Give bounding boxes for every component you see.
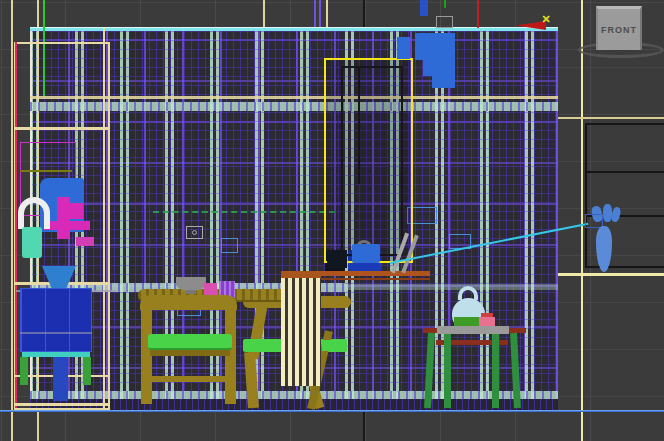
chair1-backrest[interactable] xyxy=(140,295,237,310)
cabinet-leg-right xyxy=(83,357,91,385)
side-table-leg-3 xyxy=(492,333,499,408)
left-cabinet-red-line xyxy=(15,42,17,408)
yellow-x-marker: ✕ xyxy=(539,12,553,26)
construction-yellow-vline xyxy=(581,0,583,441)
blue-wire-box-1 xyxy=(221,238,238,253)
viewcube-front-label[interactable]: FRONT xyxy=(601,25,637,35)
right-niche-line-1 xyxy=(585,171,664,173)
ac-unit-step-1[interactable] xyxy=(415,33,455,60)
ground-line-blue xyxy=(0,410,664,412)
ac-unit-step-2 xyxy=(423,60,455,76)
cabinet-tan-vline xyxy=(103,28,105,410)
wall-socket-dot xyxy=(192,230,197,235)
side-table-leg-2 xyxy=(444,333,451,408)
right-tan-hline-lower xyxy=(558,273,664,276)
cabinet-shelf-line-1 xyxy=(14,127,110,130)
top-purple-vline-1 xyxy=(314,0,316,28)
ac-unit-step-3 xyxy=(432,76,455,88)
kettle-teal[interactable] xyxy=(22,227,42,258)
base-cabinet-blue[interactable] xyxy=(20,288,92,352)
cabinet-leg-left xyxy=(20,357,28,385)
top-blue-bar xyxy=(420,0,428,16)
construction-tan-vline-1 xyxy=(11,0,13,441)
magenta-small-part xyxy=(76,237,94,246)
top-gray-outline xyxy=(436,16,453,28)
faucet-arc[interactable] xyxy=(18,197,50,229)
chair1-seat-green[interactable] xyxy=(148,334,232,350)
wall-right-edge xyxy=(556,28,558,410)
cabinet-divider-line xyxy=(20,332,92,334)
sideboard-top-edge xyxy=(318,278,430,280)
ac-unit-side-block xyxy=(397,37,410,59)
slat-panel-seat-overlap xyxy=(322,340,347,351)
top-green-tick xyxy=(444,0,446,8)
mixer-arm xyxy=(44,221,90,230)
cabinet-shelf-line-4 xyxy=(14,403,110,406)
mirror-inner-line xyxy=(358,66,360,184)
chair1-post-right xyxy=(225,308,236,404)
viewport-canvas[interactable]: ✕ FRONT xyxy=(0,0,664,441)
top-tan-vline xyxy=(263,0,265,28)
chair1-apron xyxy=(150,350,230,356)
mixer-head xyxy=(69,203,83,219)
slat-panel-cap xyxy=(281,271,321,278)
right-tan-hline-upper xyxy=(558,117,664,119)
side-table-top-gray[interactable] xyxy=(437,326,509,334)
mirror-frame-black[interactable] xyxy=(341,66,403,256)
green-dashed-guide xyxy=(153,211,335,213)
chair1-post-left xyxy=(141,308,152,404)
dark-object-on-counter[interactable] xyxy=(327,250,347,268)
slat-panel[interactable] xyxy=(281,278,321,386)
sideboard-top[interactable] xyxy=(318,271,430,276)
viewcube[interactable]: FRONT xyxy=(596,6,642,50)
top-tan-vline-2 xyxy=(326,0,328,28)
wall-highlight-band-mid-faint xyxy=(345,284,558,290)
top-purple-vline-2 xyxy=(319,0,321,28)
olive-shelf-line xyxy=(20,170,72,172)
bowl-foot xyxy=(186,290,196,294)
table-red-item xyxy=(481,313,493,317)
blue-object-on-counter[interactable] xyxy=(352,244,380,263)
top-red-vline xyxy=(477,0,479,28)
bowl-gray[interactable] xyxy=(176,277,206,291)
cabinet-blue-column xyxy=(53,357,68,401)
chair1-rung xyxy=(146,376,234,382)
